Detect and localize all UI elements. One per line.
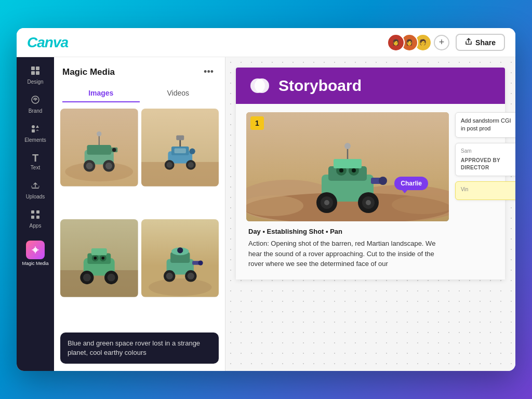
magic-media-label: Magic Media (22, 261, 48, 267)
svg-point-63 (198, 261, 203, 265)
svg-point-22 (105, 163, 112, 169)
note-author-2: Sam (461, 148, 515, 155)
sidebar-item-design[interactable]: Design (20, 61, 51, 89)
scene-image-container: 1 (246, 112, 449, 221)
svg-rect-8 (32, 129, 35, 132)
tab-images[interactable]: Images (62, 85, 140, 102)
svg-point-44 (83, 274, 91, 282)
svg-rect-13 (36, 216, 39, 219)
panel-header: Magic Media ••• (54, 57, 225, 85)
panel-title: Magic Media (62, 67, 115, 77)
note-card-3[interactable]: Vin (455, 181, 515, 200)
add-collaborator-button[interactable]: + (434, 35, 449, 50)
svg-rect-11 (36, 210, 39, 214)
svg-rect-28 (141, 162, 219, 187)
svg-rect-71 (328, 166, 367, 181)
uploads-icon (30, 180, 41, 192)
generated-image-2[interactable] (141, 109, 219, 187)
canva-logo[interactable]: Canva (27, 34, 387, 51)
sidebar-item-brand[interactable]: Brand (20, 90, 51, 118)
generated-image-3[interactable] (60, 219, 138, 297)
avatars-group: 👩 👩 🧑 + (387, 34, 449, 51)
scene-notes: Add sandstorm CGI in post prod Sam APPRO… (455, 112, 515, 269)
prompt-text: Blue and green space rover lost in a str… (68, 339, 200, 356)
top-bar: Canva 👩 👩 🧑 + Shar (17, 28, 515, 57)
panel-tabs: Images Videos (54, 85, 225, 102)
scene-text: Day • Establishing Shot • Pan Action: Op… (246, 228, 449, 269)
svg-point-80 (339, 168, 343, 172)
svg-rect-12 (31, 216, 34, 219)
scene-main-image: Charlie (246, 112, 449, 221)
avatar-1[interactable]: 👩 (387, 34, 405, 51)
sidebar-item-text[interactable]: T Text (20, 149, 51, 175)
svg-rect-3 (36, 71, 39, 75)
scene-description: Action: Opening shot of the barren, red … (248, 238, 447, 269)
generated-image-1[interactable] (60, 109, 138, 187)
svg-point-50 (101, 257, 104, 260)
svg-rect-18 (87, 145, 111, 155)
svg-point-46 (108, 274, 115, 282)
apps-label: Apps (30, 223, 42, 229)
design-label: Design (27, 79, 43, 85)
text-label: Text (31, 165, 40, 171)
svg-point-77 (366, 200, 371, 205)
share-icon (465, 38, 472, 47)
panel: Magic Media ••• Images Videos (54, 57, 225, 371)
svg-point-49 (94, 257, 97, 260)
svg-marker-7 (36, 125, 39, 128)
svg-rect-10 (31, 210, 34, 214)
svg-point-5 (35, 99, 36, 101)
main-area: Design Brand (17, 57, 515, 371)
svg-point-32 (166, 162, 172, 168)
note-card-1[interactable]: Add sandstorm CGI in post prod (455, 112, 515, 138)
storyboard-header: Storyboard (236, 68, 505, 104)
storyboard-logo (250, 78, 269, 93)
apps-icon (30, 209, 41, 221)
generated-image-4[interactable] (141, 219, 219, 297)
svg-rect-82 (334, 159, 362, 168)
svg-rect-2 (31, 71, 35, 75)
svg-point-59 (187, 273, 194, 280)
svg-point-86 (344, 143, 351, 149)
text-icon: T (32, 153, 38, 163)
elements-icon (30, 124, 41, 136)
magic-media-icon (26, 241, 45, 259)
svg-point-81 (352, 168, 356, 172)
canvas-area: Storyboard 1 (225, 57, 515, 371)
svg-point-16 (65, 162, 133, 181)
sidebar-item-uploads[interactable]: Uploads (20, 176, 51, 204)
brand-icon (30, 95, 41, 107)
charlie-comment-bubble[interactable]: Charlie (394, 177, 428, 190)
svg-point-61 (177, 248, 183, 254)
design-icon (30, 65, 41, 77)
sidebar-item-elements[interactable]: Elements (20, 119, 51, 148)
panel-more-button[interactable]: ••• (201, 65, 217, 78)
share-button[interactable]: Share (456, 34, 505, 51)
svg-point-14 (33, 248, 37, 252)
svg-rect-1 (36, 66, 39, 70)
scene-shot-info: Day • Establishing Shot • Pan (248, 228, 447, 235)
svg-point-74 (324, 200, 329, 205)
storyboard-title: Storyboard (278, 77, 362, 95)
svg-point-26 (112, 148, 116, 152)
sidebar-item-apps[interactable]: Apps (20, 205, 51, 233)
brand-label: Brand (29, 108, 43, 114)
svg-point-34 (188, 162, 193, 168)
note-card-2[interactable]: Sam APPROVED BY DIRECTOR (455, 143, 515, 176)
svg-rect-38 (176, 135, 184, 140)
prompt-box[interactable]: Blue and green space rover lost in a str… (60, 332, 219, 364)
logo-circle-right (255, 78, 269, 93)
svg-rect-35 (174, 149, 185, 153)
svg-point-36 (189, 149, 195, 154)
tab-videos[interactable]: Videos (140, 85, 217, 102)
svg-point-53 (149, 278, 211, 296)
svg-rect-0 (31, 66, 35, 70)
svg-point-84 (379, 177, 387, 185)
svg-point-57 (166, 273, 172, 280)
logo-circles (250, 78, 269, 93)
image-grid (54, 109, 225, 327)
top-bar-right: 👩 👩 🧑 + Share (387, 34, 505, 51)
sidebar-item-magic-media[interactable]: Magic Media (20, 236, 51, 271)
svg-rect-51 (91, 248, 107, 255)
svg-point-24 (97, 131, 101, 136)
